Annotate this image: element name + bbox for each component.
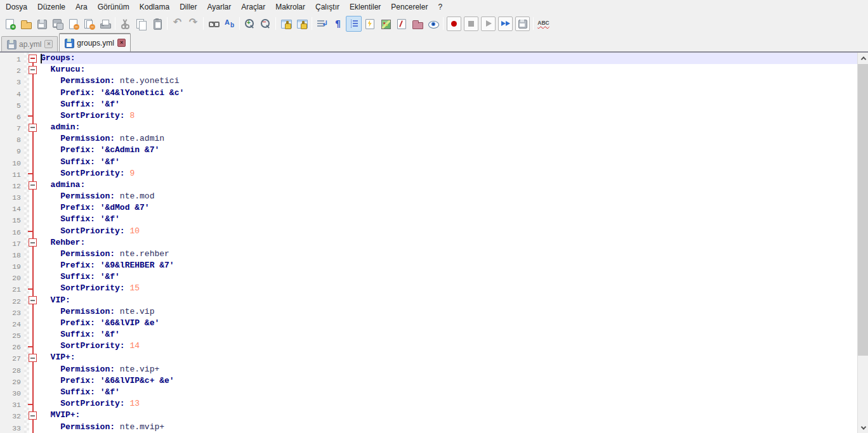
menu-item[interactable]: Ara	[70, 0, 93, 14]
code-line[interactable]: admina:	[41, 179, 857, 191]
macro-play-button[interactable]	[481, 16, 496, 31]
code-line[interactable]: Groups:	[41, 53, 857, 64]
code-line[interactable]: SortPriority: 13	[41, 398, 857, 410]
menu-item[interactable]: Pencereler	[386, 0, 433, 14]
menu-item[interactable]: Kodlama	[135, 0, 174, 14]
code-line[interactable]: SortPriority: 15	[41, 283, 857, 294]
redo-button[interactable]	[185, 16, 201, 32]
tab-label: groups.yml	[77, 39, 114, 48]
code-line[interactable]: Permission: nte.admin	[41, 133, 857, 145]
code-line[interactable]: Permission: nte.mod	[41, 191, 857, 202]
code-line[interactable]: Prefix: '&dMod &7'	[41, 202, 857, 214]
word-wrap-button[interactable]	[314, 16, 330, 32]
scroll-up-arrow[interactable]	[858, 53, 868, 63]
menu-item[interactable]: Ayarlar	[202, 0, 236, 14]
code-line[interactable]: Permission: nte.vip	[41, 306, 857, 318]
fold-collapse-box[interactable]	[29, 124, 37, 132]
zoom-out-button[interactable]	[258, 16, 273, 32]
code-line[interactable]: Permission: nte.vip+	[41, 364, 857, 375]
fold-collapse-box[interactable]	[29, 55, 37, 63]
monitoring-button[interactable]	[425, 16, 441, 32]
scroll-down-arrow[interactable]	[858, 422, 868, 433]
code-segment: Prefix:	[41, 203, 100, 212]
code-segment: nte.admin	[115, 134, 164, 143]
code-line[interactable]: SortPriority: 10	[41, 226, 857, 237]
fold-collapse-box[interactable]	[29, 296, 37, 304]
fold-collapse-box[interactable]	[29, 66, 37, 74]
menu-item[interactable]: Diller	[174, 0, 202, 14]
code-segment: Groups:	[41, 53, 76, 63]
save-button[interactable]	[34, 16, 49, 32]
code-line[interactable]: admin:	[41, 122, 857, 133]
code-line[interactable]: Permission: nte.mvip+	[41, 422, 857, 433]
code-line[interactable]: Suffix: '&f'	[41, 271, 857, 283]
function-list-button[interactable]	[362, 16, 378, 32]
close-button[interactable]	[65, 16, 81, 32]
code-line[interactable]: Suffix: '&f'	[41, 99, 857, 110]
code-line[interactable]: Permission: nte.yonetici	[41, 75, 857, 87]
code-line[interactable]: MVIP+:	[41, 410, 857, 421]
code-segment: 8	[129, 111, 135, 120]
code-line[interactable]: VIP:	[41, 295, 857, 306]
tab-groups.yml[interactable]: groups.yml×	[59, 33, 131, 51]
code-line[interactable]: Suffix: '&f'	[41, 387, 857, 398]
menu-item[interactable]: Düzenle	[32, 0, 70, 14]
macro-save-button[interactable]	[515, 16, 530, 31]
open-file-button[interactable]	[18, 16, 34, 32]
code-line[interactable]: Prefix: '&cAdmin &7'	[41, 145, 857, 156]
code-line[interactable]: Kurucu:	[41, 64, 857, 75]
code-line[interactable]: Rehber:	[41, 237, 857, 249]
code-line[interactable]: SortPriority: 9	[41, 168, 857, 179]
scrollbar-thumb[interactable]	[858, 64, 868, 356]
document-switcher-button[interactable]	[393, 16, 409, 32]
tab-ap.yml[interactable]: ap.yml×	[1, 36, 58, 51]
show-indent-guide-button[interactable]	[346, 16, 362, 32]
new-file-button[interactable]	[2, 16, 18, 32]
menu-item[interactable]: Makrolar	[270, 0, 310, 14]
code-line[interactable]: Prefix: '&4&lYonetici &c'	[41, 87, 857, 99]
menu-item[interactable]: Araçlar	[236, 0, 270, 14]
cut-button[interactable]	[117, 16, 133, 32]
close-icon[interactable]: ×	[44, 40, 53, 48]
code-line[interactable]: SortPriority: 8	[41, 110, 857, 122]
code-line[interactable]: Suffix: '&f'	[41, 214, 857, 225]
code-line[interactable]: Prefix: '&6&lVIP &e'	[41, 318, 857, 329]
document-map-button[interactable]	[378, 16, 393, 32]
close-icon[interactable]: ×	[117, 39, 126, 47]
vertical-scrollbar[interactable]	[857, 53, 868, 433]
code-line[interactable]: Prefix: '&6&lVIP&c+ &e'	[41, 375, 857, 387]
macro-run-multiple-button[interactable]	[498, 16, 513, 31]
menu-item[interactable]: Görünüm	[93, 0, 135, 14]
menu-item[interactable]: Çalıştır	[310, 0, 345, 14]
find-button[interactable]	[206, 16, 221, 32]
menu-item[interactable]: Eklentiler	[345, 0, 386, 14]
code-line[interactable]: SortPriority: 14	[41, 340, 857, 352]
close-all-button[interactable]	[81, 16, 97, 32]
print-button[interactable]	[97, 16, 113, 32]
code-line[interactable]: Suffix: '&f'	[41, 157, 857, 168]
sync-horizontal-scroll-button[interactable]	[294, 16, 310, 32]
fold-collapse-box[interactable]	[29, 181, 37, 190]
spell-check-button[interactable]	[536, 16, 551, 32]
undo-button[interactable]	[169, 16, 185, 32]
macro-stop-button[interactable]	[464, 16, 478, 31]
fold-collapse-box[interactable]	[29, 238, 37, 247]
zoom-in-button[interactable]	[242, 16, 258, 32]
code-line[interactable]: VIP+:	[41, 352, 857, 363]
fold-collapse-box[interactable]	[29, 354, 37, 362]
paste-button[interactable]	[149, 16, 165, 32]
code-line[interactable]: Suffix: '&f'	[41, 329, 857, 340]
fold-collapse-box[interactable]	[29, 411, 37, 420]
save-all-button[interactable]	[49, 16, 65, 32]
menu-item[interactable]: ?	[433, 0, 447, 14]
replace-button[interactable]	[221, 16, 237, 32]
code-line[interactable]: Prefix: '&9&lREHBER &7'	[41, 260, 857, 271]
text-area[interactable]: Groups: Kurucu: Permission: nte.yonetici…	[41, 53, 857, 433]
folder-as-workspace-button[interactable]	[409, 16, 425, 32]
code-line[interactable]: Permission: nte.rehber	[41, 249, 857, 260]
menu-item[interactable]: Dosya	[1, 0, 32, 14]
show-all-characters-button[interactable]	[330, 16, 346, 32]
copy-button[interactable]	[133, 16, 149, 32]
sync-vertical-scroll-button[interactable]	[278, 16, 294, 32]
macro-record-button[interactable]	[447, 16, 461, 31]
